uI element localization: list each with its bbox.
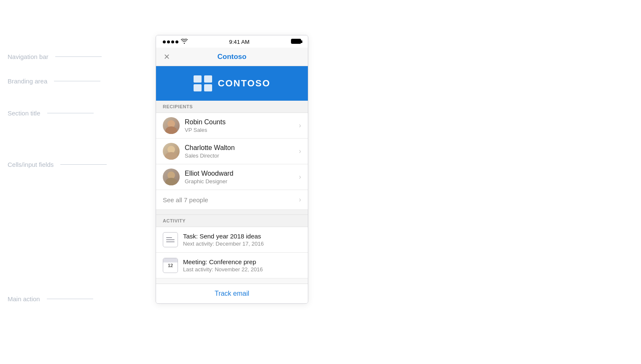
recipient-text-robin: Robin Counts VP Sales <box>185 118 296 134</box>
phone-frame: 9:41 AM ✕ Contoso CONTOSO RECIPIENTS R <box>156 35 308 304</box>
recipient-name-robin: Robin Counts <box>185 118 296 127</box>
calendar-icon: 12 <box>163 258 178 273</box>
calendar-header <box>163 258 178 262</box>
brand-name: CONTOSO <box>218 78 271 89</box>
svg-rect-3 <box>204 84 212 91</box>
recipient-text-elliot: Elliot Woodward Graphic Designer <box>185 169 296 185</box>
see-all-text: See all 7 people <box>163 196 296 203</box>
see-all-people-item[interactable]: See all 7 people › <box>156 190 308 210</box>
meeting-title: Meeting: Conference prep <box>183 258 301 265</box>
activity-section-header: ACTIVITY <box>156 215 308 227</box>
track-email-button[interactable]: Track email <box>162 290 302 297</box>
signal-dot-4 <box>175 40 178 43</box>
annotation-label: Section title <box>8 110 40 117</box>
task-line-2 <box>166 239 175 240</box>
svg-rect-1 <box>204 75 212 83</box>
back-button[interactable]: ✕ <box>162 51 172 62</box>
annotation-line <box>47 299 93 299</box>
task-line-3 <box>166 241 175 242</box>
chevron-right-icon: › <box>299 147 301 155</box>
recipient-item-elliot[interactable]: Elliot Woodward Graphic Designer › <box>156 164 308 190</box>
annotation-label: Branding area <box>8 78 47 85</box>
activity-item-meeting[interactable]: 12 Meeting: Conference prep Last activit… <box>156 253 308 278</box>
svg-rect-2 <box>194 84 202 91</box>
task-title: Task: Send year 2018 ideas <box>183 233 301 240</box>
task-text: Task: Send year 2018 ideas Next activity… <box>183 233 301 247</box>
chevron-right-icon: › <box>299 196 301 203</box>
avatar-elliot <box>163 169 180 185</box>
annotation-branding-area: Branding area <box>8 78 100 85</box>
avatar-robin <box>163 117 180 134</box>
annotation-line <box>60 164 107 165</box>
recipients-label: RECIPIENTS <box>163 104 193 109</box>
signal-indicators <box>163 39 188 45</box>
recipient-item-charlotte[interactable]: Charlotte Walton Sales Director › <box>156 139 308 164</box>
meeting-text: Meeting: Conference prep Last activity: … <box>183 258 301 273</box>
task-line-1 <box>166 237 172 238</box>
signal-dot-2 <box>167 40 170 43</box>
avatar-charlotte <box>163 143 180 160</box>
recipient-name-charlotte: Charlotte Walton <box>185 144 296 153</box>
activity-item-task[interactable]: Task: Send year 2018 ideas Next activity… <box>156 227 308 253</box>
annotation-main-action: Main action <box>8 295 93 302</box>
annotation-navigation-bar: Navigation bar <box>8 53 102 60</box>
nav-title: Contoso <box>218 53 247 61</box>
chevron-right-icon: › <box>299 173 301 181</box>
status-bar: 9:41 AM <box>156 35 308 48</box>
close-icon: ✕ <box>164 53 170 61</box>
task-icon <box>163 232 178 247</box>
battery-indicator <box>291 39 301 45</box>
chevron-right-icon: › <box>299 122 301 129</box>
recipient-role-robin: VP Sales <box>185 127 296 133</box>
task-subtitle: Next activity: December 17, 2016 <box>183 241 301 247</box>
recipient-role-elliot: Graphic Designer <box>185 178 296 185</box>
activity-label: ACTIVITY <box>163 218 186 223</box>
annotation-line <box>47 113 94 113</box>
annotation-section-title: Section title <box>8 110 94 117</box>
footer-gap <box>156 278 308 284</box>
recipients-section-header: RECIPIENTS <box>156 101 308 113</box>
recipient-name-elliot: Elliot Woodward <box>185 169 296 178</box>
svg-rect-0 <box>194 75 202 83</box>
annotation-line <box>55 56 102 57</box>
signal-dot-1 <box>163 40 166 43</box>
contoso-logo-icon <box>194 75 212 91</box>
meeting-subtitle: Last activity: November 22, 2016 <box>183 266 301 273</box>
annotation-label: Navigation bar <box>8 53 48 60</box>
recipient-item-robin[interactable]: Robin Counts VP Sales › <box>156 113 308 139</box>
signal-dot-3 <box>171 40 174 43</box>
annotation-line <box>54 81 100 81</box>
recipient-role-charlotte: Sales Director <box>185 153 296 159</box>
wifi-icon <box>181 39 188 45</box>
main-action-area: Track email <box>156 284 308 303</box>
calendar-date: 12 <box>168 263 173 268</box>
status-time: 9:41 AM <box>229 39 249 45</box>
section-gap <box>156 210 308 215</box>
navigation-bar: ✕ Contoso <box>156 48 308 66</box>
branding-area: CONTOSO <box>156 66 308 101</box>
annotation-label: Main action <box>8 295 40 302</box>
task-lines-icon <box>164 236 176 244</box>
recipient-text-charlotte: Charlotte Walton Sales Director <box>185 144 296 159</box>
annotation-cells: Cells/input fields <box>8 161 107 168</box>
annotation-label: Cells/input fields <box>8 161 54 168</box>
